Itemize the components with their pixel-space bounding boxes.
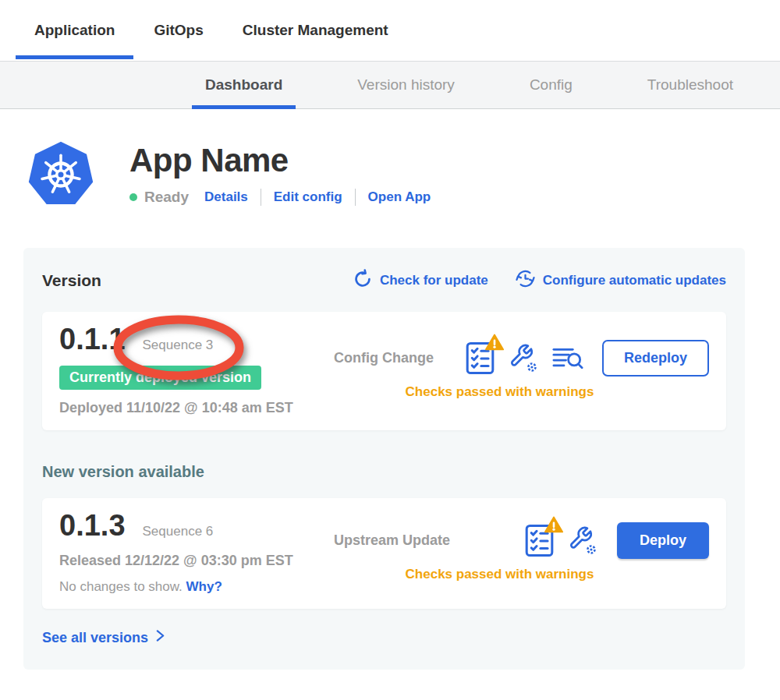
page-title: App Name [129,142,431,179]
primary-nav: Application GitOps Cluster Management [0,0,780,61]
version-section: Version Check for update [23,248,745,670]
tab-application[interactable]: Application [16,0,133,61]
app-header: App Name Ready Details Edit config Open … [27,140,780,209]
deploy-button[interactable]: Deploy [617,522,709,559]
wrench-gear-icon[interactable] [567,525,598,556]
see-all-versions-label: See all versions [42,630,148,646]
configure-auto-updates-label: Configure automatic updates [543,273,726,288]
configure-auto-updates-link[interactable]: Configure automatic updates [515,268,726,293]
available-checks-status: Checks passed with warnings [312,567,687,582]
edit-config-link[interactable]: Edit config [274,189,342,205]
current-sequence-label: Sequence 3 [143,338,214,352]
check-for-update-label: Check for update [380,273,488,288]
current-checks-status: Checks passed with warnings [312,384,687,400]
deployed-timestamp: Deployed 11/10/22 @ 10:48 am EST [59,400,334,416]
available-version-number: 0.1.3 [59,509,126,543]
current-source-label: Config Change [334,350,434,366]
released-timestamp: Released 12/12/22 @ 03:30 pm EST [59,553,334,569]
see-all-versions-link[interactable]: See all versions [42,629,165,646]
available-sequence-label: Sequence 6 [143,524,214,539]
no-changes-text: No changes to show. [59,579,183,594]
file-diff-icon[interactable] [552,345,583,371]
tab-config[interactable]: Config [516,62,586,108]
why-link[interactable]: Why? [186,579,222,594]
status-dot-icon [129,193,137,201]
chevron-right-icon [155,629,165,646]
tab-troubleshoot[interactable]: Troubleshoot [634,62,746,108]
available-version-card: 0.1.3 Sequence 6 Released 12/12/22 @ 03:… [42,498,726,609]
divider [261,189,261,206]
check-for-update-link[interactable]: Check for update [353,269,488,293]
current-version-card: 0.1.1 Sequence 3 Currently deployed vers… [42,312,726,430]
kubernetes-logo [27,140,95,209]
tab-gitops[interactable]: GitOps [135,0,222,61]
preflight-checklist-icon[interactable] [525,524,554,557]
status-badge: Ready [144,189,189,206]
warning-triangle-icon [485,334,504,354]
wrench-gear-icon[interactable] [508,342,539,373]
refresh-icon [353,269,373,293]
clock-refresh-icon [515,268,536,293]
tab-cluster-management[interactable]: Cluster Management [224,0,407,61]
details-link[interactable]: Details [204,189,248,205]
preflight-checklist-icon[interactable] [466,341,495,375]
available-source-label: Upstream Update [334,532,450,549]
open-app-link[interactable]: Open App [368,189,431,205]
divider [355,189,356,206]
tab-dashboard[interactable]: Dashboard [192,62,296,108]
version-section-title: Version [42,271,101,290]
secondary-nav: Dashboard Version history Config Trouble… [0,61,780,109]
warning-triangle-icon [544,516,563,536]
app-status-row: Ready Details Edit config Open App [129,189,431,206]
currently-deployed-badge: Currently deployed version [59,366,261,390]
new-version-heading: New version available [42,463,726,481]
tab-version-history[interactable]: Version history [344,62,468,108]
redeploy-button[interactable]: Redeploy [602,340,709,377]
current-version-number: 0.1.1 [59,323,126,356]
